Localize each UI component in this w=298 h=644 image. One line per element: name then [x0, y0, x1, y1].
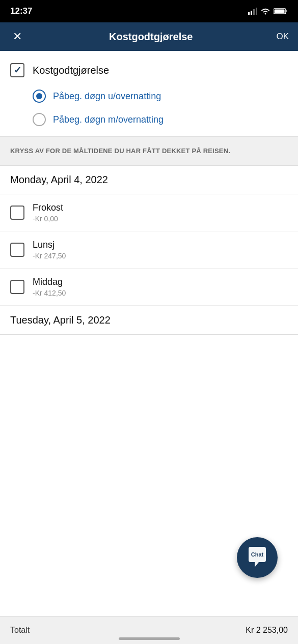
- main-checkbox-row: ✓ Kostgodtgjørelse: [10, 63, 288, 77]
- kostgodtgjørelse-label: Kostgodtgjørelse: [33, 65, 109, 76]
- radio-circle-1: [33, 90, 46, 103]
- close-button[interactable]: ✕: [9, 30, 25, 43]
- radio-option-2[interactable]: Påbeg. døgn m/overnatting: [33, 113, 288, 126]
- svg-rect-2: [253, 9, 255, 15]
- frokost-checkbox[interactable]: [10, 206, 24, 220]
- ok-button[interactable]: OK: [276, 32, 289, 42]
- instruction-section: KRYSS AV FOR DE MÅLTIDENE DU HAR FÅTT DE…: [0, 137, 298, 165]
- chat-button[interactable]: Chat: [237, 537, 278, 578]
- footer-total: Kr 2 253,00: [246, 626, 288, 635]
- middag-price: -Kr 412,50: [33, 289, 66, 297]
- main-checkbox-section: ✓ Kostgodtgjørelse Påbeg. døgn u/overnat…: [0, 51, 298, 136]
- header-title: Kostgodtgjørelse: [109, 31, 193, 43]
- date-text-1: Monday, April 4, 2022: [10, 174, 108, 185]
- svg-point-4: [265, 13, 266, 15]
- kostgodtgjørelse-checkbox[interactable]: ✓: [10, 63, 24, 77]
- radio-options: Påbeg. døgn u/overnatting Påbeg. døgn m/…: [10, 90, 288, 126]
- frokost-name: Frokost: [33, 202, 63, 213]
- radio-label-2: Påbeg. døgn m/overnatting: [53, 114, 164, 125]
- date-header-2: Tuesday, April 5, 2022: [0, 306, 298, 335]
- home-indicator: [119, 637, 180, 640]
- meal-item-middag: Middag -Kr 412,50: [0, 269, 298, 306]
- chat-bubble-icon: Chat: [245, 545, 270, 570]
- meal-item-frokost: Frokost -Kr 0,00: [0, 194, 298, 231]
- svg-text:Chat: Chat: [251, 551, 264, 558]
- footer-spacer: [0, 335, 298, 375]
- date-text-2: Tuesday, April 5, 2022: [10, 314, 111, 326]
- lunsj-name: Lunsj: [33, 240, 66, 250]
- status-time: 12:37: [10, 6, 32, 16]
- date-header-1: Monday, April 4, 2022: [0, 165, 298, 194]
- middag-name: Middag: [33, 277, 66, 287]
- wifi-icon: [260, 8, 270, 15]
- svg-rect-6: [286, 10, 287, 12]
- radio-label-1: Påbeg. døgn u/overnatting: [53, 91, 161, 102]
- middag-info: Middag -Kr 412,50: [33, 277, 66, 297]
- app-header: ✕ Kostgodtgjørelse OK: [0, 22, 298, 51]
- svg-rect-0: [248, 12, 250, 15]
- checkmark-icon: ✓: [14, 65, 21, 76]
- frokost-price: -Kr 0,00: [33, 215, 63, 223]
- svg-rect-7: [275, 10, 285, 13]
- footer-label: Totalt: [10, 626, 30, 635]
- lunsj-price: -Kr 247,50: [33, 252, 66, 260]
- status-icons: [248, 8, 288, 15]
- radio-option-1[interactable]: Påbeg. døgn u/overnatting: [33, 90, 288, 103]
- radio-inner-1: [36, 93, 42, 99]
- lunsj-info: Lunsj -Kr 247,50: [33, 240, 66, 260]
- signal-icon: [248, 8, 257, 15]
- frokost-info: Frokost -Kr 0,00: [33, 202, 63, 223]
- status-bar: 12:37: [0, 0, 298, 22]
- main-content: ✓ Kostgodtgjørelse Påbeg. døgn u/overnat…: [0, 51, 298, 375]
- svg-rect-3: [256, 8, 257, 15]
- svg-rect-1: [251, 11, 252, 15]
- instruction-text: KRYSS AV FOR DE MÅLTIDENE DU HAR FÅTT DE…: [10, 146, 288, 156]
- radio-circle-2: [33, 113, 46, 126]
- middag-checkbox[interactable]: [10, 280, 24, 294]
- battery-icon: [274, 8, 288, 15]
- lunsj-checkbox[interactable]: [10, 243, 24, 257]
- meal-item-lunsj: Lunsj -Kr 247,50: [0, 231, 298, 269]
